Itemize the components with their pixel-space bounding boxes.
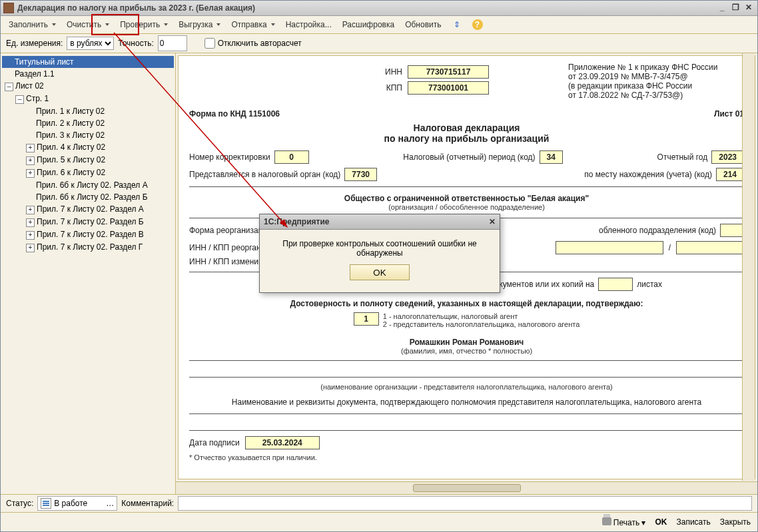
tree-item[interactable]: +Прил. 7 к Листу 02. Раздел Б bbox=[23, 216, 174, 228]
kpp-label: КПП bbox=[376, 83, 402, 93]
tree-item[interactable]: +Прил. 6 к Листу 02 bbox=[23, 166, 174, 179]
reorg-inn-field[interactable] bbox=[556, 241, 663, 254]
corr-label: Номер корректировки bbox=[189, 152, 270, 162]
tree-item[interactable]: +Прил. 5 к Листу 02 bbox=[23, 154, 174, 166]
status-bar: Статус: В работе … Комментарий: bbox=[1, 494, 757, 512]
confirm-code-field[interactable]: 1 bbox=[354, 312, 379, 326]
export-button[interactable]: Выгрузка bbox=[173, 18, 226, 31]
dialog-message: При проверке контрольных соотношений оши… bbox=[268, 239, 492, 258]
form-title-2: по налогу на прибыль организаций bbox=[189, 133, 744, 144]
tree-item[interactable]: +Прил. 7 к Листу 02. Раздел В bbox=[23, 228, 174, 241]
person-name: Ромашкин Роман Романович bbox=[189, 338, 744, 347]
horizontal-scrollbar[interactable] bbox=[176, 481, 757, 494]
reorg-kpp-field[interactable] bbox=[676, 241, 744, 254]
person-subtitle: (фамилия, имя, отчество * полностью) bbox=[189, 347, 744, 355]
tree-item[interactable]: Прил. 6б к Листу 02. Раздел А bbox=[23, 179, 174, 191]
send-button[interactable]: Отправка bbox=[226, 18, 280, 31]
close-window-button[interactable]: ✕ bbox=[743, 3, 755, 13]
inn-kpp-change-label: ИНН / КПП изменивш bbox=[189, 257, 269, 266]
year-field[interactable]: 2023 bbox=[711, 150, 744, 164]
print-button[interactable]: Печать ▾ bbox=[602, 517, 646, 527]
footnote: * Отчество указывается при наличии. bbox=[189, 453, 744, 461]
tree-expand-icon[interactable]: + bbox=[26, 144, 35, 152]
inn-field[interactable]: 7730715117 bbox=[408, 65, 489, 79]
reorg-label: Форма реорганизаци bbox=[189, 226, 267, 235]
save-button[interactable]: Записать bbox=[677, 517, 711, 527]
app-icon bbox=[3, 3, 14, 13]
settings-button[interactable]: Настройка... bbox=[280, 18, 337, 31]
printer-icon bbox=[602, 517, 611, 525]
main-toolbar: Заполнить Очистить Проверить Выгрузка От… bbox=[1, 16, 757, 34]
tree-expand-icon[interactable]: + bbox=[26, 169, 35, 178]
help-button[interactable]: ? bbox=[467, 17, 488, 32]
close-button[interactable]: Закрыть bbox=[720, 517, 751, 527]
tree-collapse-icon[interactable]: – bbox=[15, 95, 24, 104]
sign-date-label: Дата подписи bbox=[189, 438, 240, 447]
tree-item[interactable]: Прил. 6б к Листу 02. Раздел Б bbox=[23, 191, 174, 203]
place-field[interactable]: 214 bbox=[716, 168, 744, 181]
sheet-label: Лист 01 bbox=[714, 109, 744, 119]
window-titlebar: Декларация по налогу на прибыль за 2023 … bbox=[1, 1, 757, 16]
liquid-field[interactable] bbox=[720, 224, 744, 237]
autorecalc-label: Отключить авторасчет bbox=[218, 39, 302, 48]
period-field[interactable]: 34 bbox=[540, 150, 563, 164]
status-label: Статус: bbox=[6, 499, 33, 508]
dialog-close-button[interactable]: ✕ bbox=[489, 217, 496, 226]
clear-button[interactable]: Очистить bbox=[61, 18, 115, 31]
tree-item[interactable]: +Прил. 7 к Листу 02. Раздел Г bbox=[23, 241, 174, 254]
tree-title-page[interactable]: Титульный лист bbox=[2, 56, 174, 68]
params-bar: Ед. измерения: в рублях Точность: Отключ… bbox=[1, 34, 757, 53]
tree-sheet-02[interactable]: –Лист 02 bbox=[2, 80, 174, 93]
ok-button[interactable]: OK bbox=[655, 517, 667, 527]
tree-expand-icon[interactable]: + bbox=[26, 218, 35, 227]
message-dialog: 1С:Предприятие ✕ При проверке контрольны… bbox=[259, 214, 500, 293]
tree-item[interactable]: Прил. 3 к Листу 02 bbox=[23, 129, 174, 141]
tree-expand-icon[interactable]: + bbox=[26, 244, 35, 252]
auth-doc-label: Наименование и реквизиты документа, подт… bbox=[229, 398, 704, 407]
fill-button[interactable]: Заполнить bbox=[3, 18, 61, 31]
tree-expand-icon[interactable]: + bbox=[26, 206, 35, 214]
attach-pages-field[interactable] bbox=[598, 278, 633, 291]
expand-collapse-button[interactable]: ⇕ bbox=[447, 18, 467, 31]
tree-expand-icon[interactable]: + bbox=[26, 156, 35, 165]
decode-button[interactable]: Расшифровка bbox=[337, 18, 400, 31]
tree-expand-icon[interactable]: + bbox=[26, 231, 35, 240]
restore-button[interactable]: ❐ bbox=[729, 3, 741, 13]
precision-input[interactable] bbox=[158, 35, 187, 51]
minimize-button[interactable]: _ bbox=[716, 3, 728, 13]
check-button[interactable]: Проверить bbox=[115, 18, 173, 31]
tree-section-1-1[interactable]: Раздел 1.1 bbox=[2, 68, 174, 80]
autorecalc-checkbox[interactable]: Отключить авторасчет bbox=[204, 38, 302, 49]
tree-page-1[interactable]: –Стр. 1 bbox=[13, 93, 174, 105]
comment-label: Комментарий: bbox=[121, 499, 174, 508]
kpp-field[interactable]: 773001001 bbox=[408, 81, 489, 95]
corr-field[interactable]: 0 bbox=[274, 150, 309, 164]
units-select[interactable]: в рублях bbox=[67, 37, 114, 50]
submit-field[interactable]: 7730 bbox=[344, 168, 377, 181]
org-subtitle: (организация / обособленное подразделени… bbox=[189, 203, 744, 211]
tree-item[interactable]: +Прил. 7 к Листу 02. Раздел А bbox=[23, 203, 174, 216]
sign-date-field[interactable]: 25.03.2024 bbox=[245, 436, 320, 449]
form-knd: Форма по КНД 1151006 bbox=[189, 109, 280, 119]
tree-item[interactable]: +Прил. 4 к Листу 02 bbox=[23, 141, 174, 154]
year-label: Отчетный год bbox=[657, 152, 708, 162]
window-title: Декларация по налогу на прибыль за 2023 … bbox=[17, 3, 715, 13]
vertical-scrollbar[interactable] bbox=[742, 53, 755, 481]
place-label: по месту нахождения (учета) (код) bbox=[584, 170, 712, 179]
tree-item[interactable]: Прил. 2 к Листу 02 bbox=[23, 117, 174, 129]
refresh-button[interactable]: Обновить bbox=[400, 18, 446, 31]
updown-icon: ⇕ bbox=[452, 20, 462, 29]
inn-kpp-reorg-label: ИНН / КПП реорганиз bbox=[189, 243, 269, 252]
period-label: Налоговый (отчетный) период (код) bbox=[403, 152, 535, 162]
status-select[interactable]: В работе … bbox=[37, 496, 117, 511]
tree-collapse-icon[interactable]: – bbox=[5, 83, 13, 91]
confirm-opt2: 2 - представитель налогоплательщика, нал… bbox=[383, 320, 580, 328]
attach-label-2: листах bbox=[637, 280, 662, 289]
section-tree[interactable]: Титульный лист Раздел 1.1 –Лист 02 –Стр.… bbox=[1, 53, 176, 494]
inn-label: ИНН bbox=[376, 67, 402, 77]
comment-input[interactable] bbox=[178, 496, 752, 511]
tree-item[interactable]: Прил. 1 к Листу 02 bbox=[23, 105, 174, 117]
document-icon bbox=[41, 498, 51, 509]
dialog-ok-button[interactable]: OK bbox=[350, 264, 410, 280]
help-icon: ? bbox=[472, 19, 483, 30]
